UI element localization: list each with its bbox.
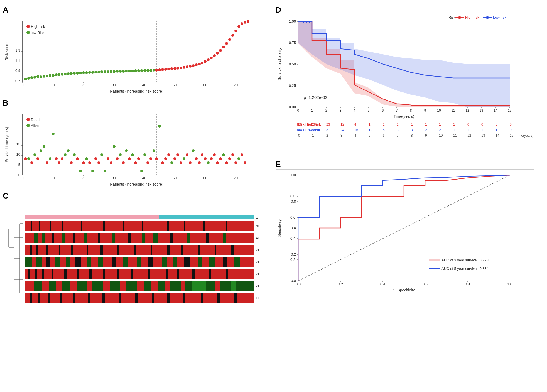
svg-point-189	[189, 161, 192, 164]
svg-rect-333	[231, 281, 236, 291]
svg-rect-325	[120, 281, 126, 291]
svg-point-141	[43, 145, 45, 148]
svg-text:1: 1	[312, 134, 314, 138]
svg-text:40: 40	[142, 83, 146, 87]
svg-text:5: 5	[383, 128, 385, 132]
panel-e-label: E	[276, 160, 544, 169]
svg-rect-229	[50, 221, 51, 231]
svg-text:8: 8	[410, 109, 412, 112]
svg-point-165	[116, 157, 119, 160]
svg-rect-312	[166, 269, 168, 279]
svg-point-94	[219, 49, 222, 52]
svg-point-190	[192, 149, 195, 152]
svg-point-33	[33, 76, 36, 79]
svg-point-185	[176, 153, 179, 156]
svg-point-167	[122, 161, 125, 164]
svg-point-155	[85, 157, 88, 160]
svg-point-66	[134, 69, 137, 72]
svg-rect-280	[46, 257, 50, 267]
svg-text:Alive: Alive	[31, 124, 39, 128]
svg-rect-343	[119, 293, 121, 303]
svg-text:0: 0	[18, 173, 20, 177]
svg-point-149	[67, 149, 70, 152]
svg-point-55	[100, 70, 103, 73]
svg-text:0: 0	[481, 122, 483, 126]
svg-text:Survival time (years): Survival time (years)	[4, 127, 9, 162]
svg-text:1: 1	[467, 128, 469, 132]
svg-point-200	[222, 153, 225, 156]
svg-text:28: 28	[312, 122, 316, 126]
svg-rect-268	[134, 245, 136, 255]
svg-point-87	[198, 63, 201, 65]
svg-rect-267	[117, 245, 119, 255]
svg-rect-305	[77, 269, 79, 279]
svg-rect-287	[123, 257, 128, 267]
svg-text:Survival probability: Survival probability	[277, 48, 282, 80]
svg-point-157	[91, 170, 94, 172]
svg-rect-292	[173, 257, 177, 267]
svg-point-194	[204, 157, 207, 160]
svg-text:5: 5	[18, 163, 20, 167]
svg-point-79	[173, 67, 176, 70]
right-panel: D 0.00 0.25 0.50 0.75 1.	[273, 0, 547, 392]
svg-text:3: 3	[397, 128, 399, 132]
panel-b-svg: 0 5 10 15 Survival time (years) 0 10 20 …	[3, 108, 259, 186]
svg-point-145	[55, 157, 58, 160]
svg-point-177	[153, 149, 155, 152]
svg-point-156	[88, 161, 91, 164]
svg-text:APEX2: APEX2	[256, 236, 259, 240]
svg-text:44: 44	[298, 128, 302, 132]
svg-text:15: 15	[510, 134, 514, 138]
svg-text:0.0: 0.0	[296, 282, 301, 286]
svg-text:Risk: Risk	[448, 15, 456, 19]
svg-text:15: 15	[16, 142, 20, 146]
svg-rect-235	[159, 221, 254, 231]
svg-point-147	[61, 157, 63, 160]
svg-point-62	[122, 70, 125, 73]
svg-point-182	[167, 153, 170, 156]
svg-point-72	[153, 69, 155, 72]
svg-rect-350	[234, 293, 237, 303]
svg-point-171	[134, 161, 137, 164]
svg-rect-327	[151, 281, 158, 291]
svg-text:SUZ12: SUZ12	[256, 224, 259, 228]
svg-text:37: 37	[312, 128, 316, 132]
svg-point-86	[195, 63, 198, 66]
svg-text:7: 7	[397, 134, 399, 138]
svg-point-76	[164, 68, 167, 71]
svg-marker-408	[298, 22, 510, 107]
svg-text:0.8: 0.8	[465, 282, 470, 286]
svg-text:1: 1	[369, 122, 371, 126]
svg-text:11: 11	[453, 134, 457, 138]
panel-b-label: B	[3, 99, 270, 107]
svg-point-32	[30, 76, 33, 79]
svg-text:31: 31	[326, 128, 330, 132]
svg-rect-322	[70, 281, 77, 291]
svg-point-203	[231, 153, 234, 156]
svg-text:1: 1	[397, 122, 399, 126]
svg-rect-243	[42, 233, 45, 243]
svg-text:3: 3	[411, 128, 413, 132]
svg-point-420	[486, 16, 489, 19]
svg-point-199	[219, 157, 222, 160]
svg-text:1: 1	[425, 122, 427, 126]
svg-point-191	[195, 157, 198, 160]
svg-rect-294	[198, 257, 202, 267]
svg-point-139	[36, 157, 39, 160]
svg-rect-508	[426, 253, 507, 274]
svg-text:50: 50	[173, 83, 177, 87]
svg-text:50: 50	[173, 176, 177, 180]
svg-text:1−Specificity: 1−Specificity	[393, 288, 415, 292]
svg-rect-250	[128, 233, 131, 243]
svg-point-84	[189, 65, 192, 68]
panel-a-label: A	[3, 6, 270, 14]
svg-rect-242	[34, 233, 38, 243]
svg-text:60: 60	[203, 176, 207, 180]
svg-rect-246	[73, 233, 75, 243]
svg-text:0.00: 0.00	[289, 105, 296, 109]
svg-point-48	[79, 72, 82, 74]
panel-d-label: D	[276, 6, 544, 14]
svg-point-78	[170, 67, 173, 70]
svg-rect-252	[153, 233, 158, 243]
svg-point-53	[94, 71, 97, 74]
